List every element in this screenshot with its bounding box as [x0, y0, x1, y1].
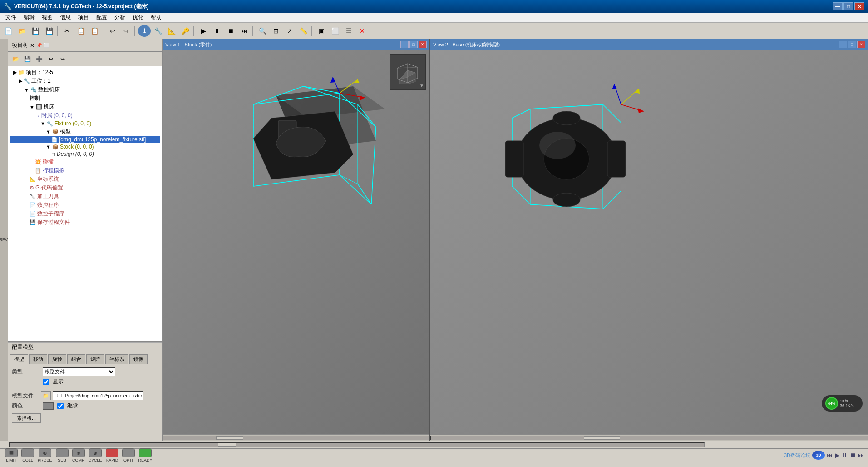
tree-model-group[interactable]: ▼ 📦 模型 [10, 127, 160, 136]
tb-close-view[interactable]: ✕ [356, 25, 369, 37]
menu-optimize[interactable]: 优化 [129, 13, 147, 22]
menu-info[interactable]: 信息 [56, 13, 74, 22]
proj-tb-undo[interactable]: ↩ [45, 54, 56, 64]
tree-stock[interactable]: ▼ 📦 Stock (0, 0, 0) [10, 143, 160, 150]
proj-tb-redo[interactable]: ↪ [57, 54, 68, 64]
tb-view2[interactable]: ⬜ [329, 25, 341, 37]
config-inherit-checkbox[interactable] [57, 403, 64, 409]
tree-coord[interactable]: 📐 坐标系统 [10, 175, 160, 184]
minimize-button[interactable]: — [833, 2, 843, 10]
tb-stop[interactable]: ⏹ [224, 25, 237, 37]
tree-dmg-file[interactable]: 📄 [dmg_dmu125p_norelem_fixture.stl] [10, 136, 160, 143]
tree-workstation[interactable]: ▶ 🔧 工位：1 [10, 77, 160, 85]
menu-analysis[interactable]: 分析 [111, 13, 129, 22]
config-file-input[interactable] [53, 391, 143, 400]
tb-info[interactable]: ℹ [138, 25, 151, 37]
view2-hscroll-thumb[interactable] [584, 436, 620, 440]
tb-zoomfit[interactable]: ⊞ [270, 25, 282, 37]
config-texture-btn[interactable]: 素描板... [12, 413, 41, 423]
status-coll[interactable]: COLL [21, 448, 34, 462]
config-tab-matrix[interactable]: 矩阵 [86, 354, 104, 364]
status-cycle[interactable]: ◎ CYCLE [89, 448, 102, 462]
config-tab-coord[interactable]: 坐标系 [105, 354, 128, 364]
tree-nc-sub[interactable]: 📄 数控子程序 [10, 209, 160, 218]
main-hscrollbar-track[interactable] [9, 442, 705, 447]
menu-project[interactable]: 项目 [74, 13, 93, 22]
tb-select[interactable]: ↗ [283, 25, 296, 37]
playback-play[interactable]: ▶ [835, 452, 840, 459]
tree-design[interactable]: ◻ Design (0, 0, 0) [10, 150, 160, 158]
tree-tools[interactable]: 🔪 加工刀具 [10, 192, 160, 201]
status-opti[interactable]: OPTI [122, 448, 135, 462]
tree-g-offset[interactable]: ⚙ G-代码偏置 [10, 184, 160, 192]
view1-minimize-btn[interactable]: — [400, 41, 409, 48]
view1-hscroll-thumb[interactable] [216, 436, 243, 440]
playback-next[interactable]: ⏭ [858, 452, 864, 459]
tree-path-sim[interactable]: 📋 行程模拟 [10, 166, 160, 175]
view2-close-btn[interactable]: ✕ [857, 41, 865, 48]
proj-tb-add[interactable]: ➕ [34, 54, 44, 64]
menu-config[interactable]: 配置 [93, 13, 111, 22]
menu-help[interactable]: 帮助 [147, 13, 165, 22]
tb-open[interactable]: 📂 [15, 25, 28, 37]
proj-tb-save[interactable]: 💾 [22, 54, 33, 64]
menu-file[interactable]: 文件 [2, 13, 20, 22]
tb-step[interactable]: ⏭ [238, 25, 251, 37]
playback-stop[interactable]: ⏹ [850, 452, 856, 459]
tree-machine-body[interactable]: ▼ 🔲 机床 [10, 103, 160, 111]
tb-view1[interactable]: ▣ [315, 25, 328, 37]
config-tab-model[interactable]: 模型 [10, 354, 28, 364]
config-tab-rotate[interactable]: 旋转 [48, 354, 66, 364]
tree-project[interactable]: ▶ 📁 项目：12-5 [10, 68, 160, 77]
view2-minimize-btn[interactable]: — [839, 41, 847, 48]
tree-control[interactable]: 控制 [10, 94, 160, 103]
tree-nc-prog[interactable]: 📄 数控程序 [10, 201, 160, 209]
config-type-select[interactable]: 模型文件 [43, 367, 115, 376]
tb-play[interactable]: ▶ [197, 25, 210, 37]
tb-b1[interactable]: 🔧 [152, 25, 164, 37]
config-file-browse-btn[interactable]: 📁 [41, 391, 51, 400]
status-ready[interactable]: READY [138, 448, 153, 462]
tb-b2[interactable]: 📐 [165, 25, 178, 37]
tb-saveas[interactable]: 💾 [43, 25, 55, 37]
status-rapid[interactable]: RAPID [106, 448, 118, 462]
strip-btn-1[interactable]: V [5, 234, 8, 246]
view2-hscrollbar[interactable] [430, 434, 868, 441]
status-comp[interactable]: ◎ COMP [72, 448, 85, 462]
tb-pause[interactable]: ⏸ [211, 25, 223, 37]
view1-hscrollbar[interactable] [163, 434, 429, 441]
playback-prev[interactable]: ⏮ [827, 452, 833, 459]
tb-measure[interactable]: 📏 [297, 25, 310, 37]
tb-redo[interactable]: ↪ [120, 25, 133, 37]
view1-thumbnail[interactable]: ▼ [390, 54, 426, 90]
config-tab-combine[interactable]: 组合 [67, 354, 85, 364]
menu-view[interactable]: 视图 [38, 13, 56, 22]
status-probe[interactable]: ◎ PROBE [38, 448, 52, 462]
tb-viewh[interactable]: ☰ [342, 25, 355, 37]
strip-btn-3[interactable]: R [0, 234, 2, 246]
tree-fixture[interactable]: ▼ 🔧 Fixture (0, 0, 0) [10, 120, 160, 127]
view1-content[interactable]: ▼ [163, 50, 429, 434]
project-panel-float[interactable]: ⬜ [44, 43, 49, 48]
tree-attach[interactable]: → 附属 (0, 0, 0) [10, 111, 160, 120]
status-sub[interactable]: SUB [56, 448, 69, 462]
config-color-swatch[interactable] [43, 402, 54, 410]
tb-b3[interactable]: 🔑 [179, 25, 192, 37]
view2-content[interactable]: 64% 1K/s 36.1K/s [430, 50, 868, 434]
project-panel-pin[interactable]: 📌 [36, 43, 42, 48]
project-panel-close[interactable]: ✕ [30, 42, 35, 49]
strip-btn-2[interactable]: E [2, 234, 5, 246]
close-button[interactable]: ✕ [854, 2, 864, 10]
status-limit[interactable]: ⬛ LIMIT [5, 448, 18, 462]
maximize-button[interactable]: □ [843, 2, 853, 10]
config-tab-move[interactable]: 移动 [29, 354, 47, 364]
tree-machine[interactable]: ▼ 🔩 数控机床 [10, 85, 160, 94]
main-hscrollbar-thumb[interactable] [218, 443, 236, 447]
config-resize-handle[interactable] [8, 342, 162, 343]
tb-cut[interactable]: ✂ [61, 25, 74, 37]
tb-zoom[interactable]: 🔍 [256, 25, 269, 37]
proj-tb-open[interactable]: 📂 [10, 54, 21, 64]
view2-maximize-btn[interactable]: □ [848, 41, 856, 48]
tb-undo[interactable]: ↩ [106, 25, 119, 37]
view1-close-btn[interactable]: ✕ [419, 41, 427, 48]
